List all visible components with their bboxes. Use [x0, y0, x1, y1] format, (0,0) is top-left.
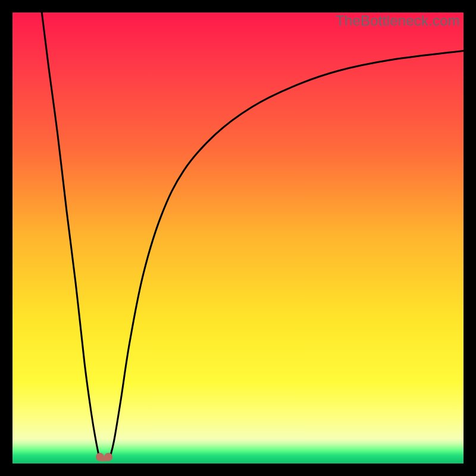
optimum-marker — [96, 449, 112, 462]
curve-layer — [12, 12, 464, 464]
marker-connector — [99, 456, 109, 461]
curve-right-branch — [109, 51, 464, 459]
curve-left-branch — [42, 12, 99, 459]
plot-frame: TheBottleneck.com — [12, 12, 464, 464]
watermark-text: TheBottleneck.com — [336, 12, 460, 29]
